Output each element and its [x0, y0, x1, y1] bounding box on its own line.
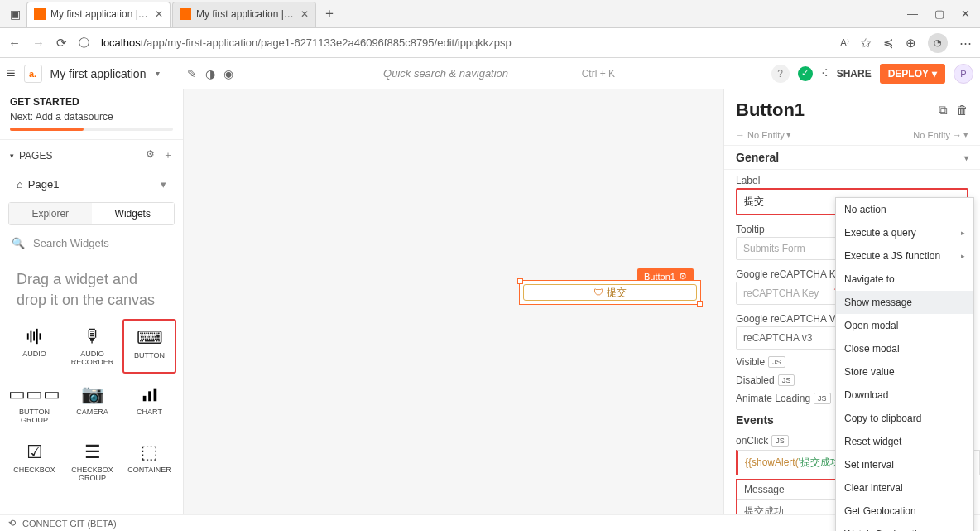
js-toggle[interactable]: JS	[778, 374, 795, 386]
favorite-icon[interactable]: ✩	[861, 36, 872, 51]
chevron-down-icon[interactable]: ▾	[964, 153, 968, 162]
search-widgets[interactable]: 🔍 Search Widgets	[0, 230, 183, 256]
url-field[interactable]: localhost/app/my-first-application/page1…	[101, 36, 829, 49]
widget-button[interactable]: ⌨BUTTON	[122, 319, 176, 374]
share-button[interactable]: SHARE	[837, 68, 872, 80]
drag-hint: Drag a widget and drop it on the canvas	[0, 256, 183, 316]
app-logo[interactable]: a.	[24, 65, 42, 83]
properties-panel: Button1 ⧉🗑 → No Entity ▾ No Entity → ▾ G…	[723, 89, 980, 514]
deploy-button[interactable]: DEPLOY▾	[880, 64, 945, 84]
widget-audio[interactable]: AUDIO	[7, 319, 62, 374]
site-info-icon[interactable]: ⓘ	[79, 36, 89, 51]
action-no-action[interactable]: No action	[836, 198, 973, 221]
tab-list-icon[interactable]: ▣	[7, 6, 23, 22]
section-events: Events	[736, 413, 774, 427]
close-tab-icon[interactable]: ✕	[155, 8, 163, 20]
js-toggle[interactable]: JS	[768, 356, 785, 368]
widget-chart[interactable]: CHART	[122, 377, 176, 432]
profile-avatar[interactable]: ◔	[928, 33, 948, 53]
svg-rect-2	[33, 332, 35, 341]
app-name[interactable]: My first application	[50, 67, 147, 80]
widget-container[interactable]: ⬚CONTAINER	[122, 435, 176, 490]
svg-rect-0	[26, 334, 28, 340]
widget-audio-recorder[interactable]: 🎙AUDIO RECORDER	[65, 319, 119, 374]
action-close-modal[interactable]: Close modal	[836, 337, 973, 360]
action-get-geolocation[interactable]: Get Geolocation	[836, 500, 973, 523]
action-show-message[interactable]: Show message	[836, 291, 973, 314]
action-watch-geolocation[interactable]: Watch Geolocation	[836, 523, 973, 531]
app-header: ≡ a. My first application ▾ ✎ ◑ ◉ Quick …	[0, 58, 980, 89]
action-store-value[interactable]: Store value	[836, 360, 973, 384]
action-reset-widget[interactable]: Reset widget	[836, 430, 973, 453]
preview-icon[interactable]: ◉	[223, 67, 233, 80]
tab-widgets[interactable]: Widgets	[92, 203, 175, 224]
status-ok-icon[interactable]: ✓	[798, 66, 813, 81]
tab-explorer[interactable]: Explorer	[9, 203, 92, 224]
gear-icon[interactable]: ⚙	[146, 148, 155, 162]
help-icon[interactable]: ?	[771, 65, 790, 83]
js-toggle[interactable]: JS	[814, 393, 831, 404]
widget-checkbox-group[interactable]: ☰CHECKBOX GROUP	[65, 435, 119, 490]
quick-search[interactable]: Quick search & navigation Ctrl + K	[383, 67, 615, 80]
widget-camera[interactable]: 📷CAMERA	[65, 377, 119, 432]
close-window-icon[interactable]: ✕	[961, 7, 970, 20]
minimize-icon[interactable]: —	[907, 7, 918, 20]
canvas[interactable]: Button1⚙ 🛡提交	[184, 89, 723, 514]
widget-checkbox[interactable]: ☑CHECKBOX	[7, 435, 62, 490]
close-tab-icon[interactable]: ✕	[300, 8, 309, 20]
action-download[interactable]: Download	[836, 384, 973, 407]
chevron-down-icon: ▾	[786, 129, 791, 140]
widget-title[interactable]: Button1	[736, 99, 805, 121]
entity-left[interactable]: → No Entity ▾	[736, 129, 791, 140]
js-toggle[interactable]: JS	[771, 435, 789, 447]
browser-tab-1[interactable]: My first application | Editor | App ✕	[172, 2, 316, 27]
maximize-icon[interactable]: ▢	[934, 7, 944, 20]
address-bar: ← → ⟳ ⓘ localhost/app/my-first-applicati…	[0, 28, 980, 58]
entity-right[interactable]: No Entity → ▾	[913, 129, 968, 140]
home-icon: ⌂	[17, 178, 23, 191]
action-execute-a-js-function[interactable]: Execute a JS function▸	[836, 244, 973, 268]
copy-icon[interactable]: ⧉	[939, 103, 948, 118]
left-panel: GET STARTED Next: Add a datasource ▾ PAG…	[0, 89, 184, 514]
action-set-interval[interactable]: Set interval	[836, 453, 973, 476]
action-open-modal[interactable]: Open modal	[836, 314, 973, 337]
section-general[interactable]: General	[736, 151, 779, 164]
menu-icon[interactable]: ≡	[7, 65, 16, 82]
git-icon[interactable]: ⟲	[8, 518, 16, 529]
back-icon[interactable]: ←	[8, 36, 21, 50]
chevron-down-icon[interactable]: ▾	[156, 69, 160, 78]
comment-icon[interactable]: ◑	[205, 67, 215, 80]
collections-icon[interactable]: ⊕	[906, 36, 916, 51]
user-badge[interactable]: P	[954, 64, 973, 84]
progress-bar	[10, 128, 173, 131]
page-row[interactable]: ⌂ Page1 ▾	[0, 171, 183, 197]
tab-title: My first application | Editor | App	[50, 8, 150, 20]
action-execute-a-query[interactable]: Execute a query▸	[836, 221, 973, 244]
pages-label: PAGES	[19, 150, 52, 162]
widget-button-group[interactable]: ▭▭▭BUTTON GROUP	[7, 377, 62, 432]
get-started-next[interactable]: Next: Add a datasource	[10, 111, 173, 123]
refresh-icon[interactable]: ⟳	[56, 36, 67, 51]
browser-tab-0[interactable]: My first application | Editor | App ✕	[26, 2, 171, 27]
svg-rect-4	[39, 334, 41, 340]
chevron-down-icon[interactable]: ▾	[10, 152, 14, 160]
forward-icon: →	[32, 36, 45, 50]
selected-widget[interactable]: 🛡提交	[519, 280, 701, 305]
new-tab-button[interactable]: ＋	[318, 2, 341, 26]
favorites-bar-icon[interactable]: ≼	[883, 36, 894, 51]
prop-visible: Visible	[736, 356, 765, 368]
chevron-down-icon[interactable]: ▾	[161, 178, 166, 191]
prop-label-label: Label	[724, 170, 980, 188]
delete-icon[interactable]: 🗑	[956, 103, 968, 118]
search-placeholder: Search Widgets	[33, 237, 109, 249]
shield-icon: 🛡	[593, 287, 603, 298]
read-aloud-icon[interactable]: A⁾	[840, 37, 849, 49]
search-placeholder: Quick search & navigation	[383, 67, 508, 80]
action-copy-to-clipboard[interactable]: Copy to clipboard	[836, 407, 973, 430]
add-page-icon[interactable]: ＋	[163, 148, 173, 162]
connect-git-button[interactable]: CONNECT GIT (BETA)	[22, 519, 117, 529]
more-icon[interactable]: ⋯	[959, 36, 972, 51]
edit-icon[interactable]: ✎	[187, 67, 197, 80]
action-navigate-to[interactable]: Navigate to	[836, 268, 973, 291]
action-clear-interval[interactable]: Clear interval	[836, 476, 973, 500]
